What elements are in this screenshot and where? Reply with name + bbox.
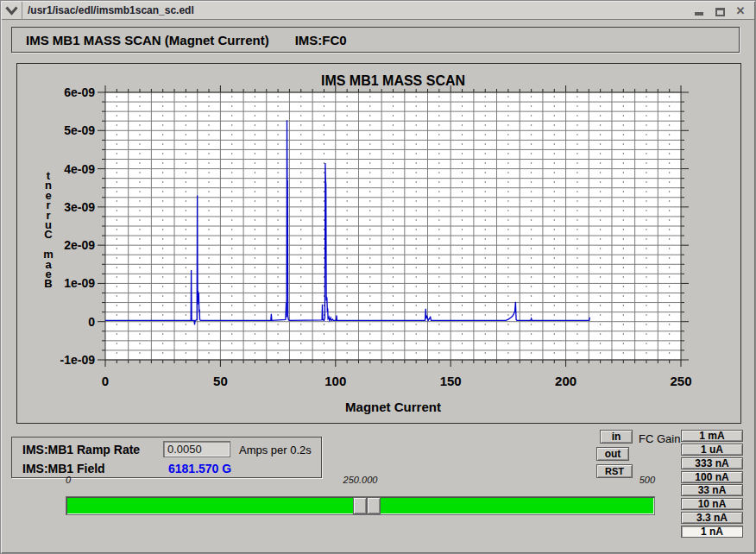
fc-out-button[interactable]: out <box>596 447 629 461</box>
edm-window: /usr1/isac/edl/imsmb1scan_sc.edl ✕ IMS M… <box>0 0 756 554</box>
x-tick-label: 100 <box>324 374 346 388</box>
slider-value-label: 250.000 <box>343 475 378 485</box>
y-tick-label: 4e-09 <box>64 162 95 176</box>
y-axis-label-char: C <box>44 228 53 241</box>
ramp-rate-input[interactable] <box>163 441 230 457</box>
y-tick-label: 6e-09 <box>64 85 95 99</box>
y-tick-label: 1e-09 <box>64 276 95 290</box>
slider-thumb-right[interactable] <box>367 497 381 514</box>
slider-thumb-left[interactable] <box>353 497 367 514</box>
gain-button-333-na[interactable]: 333 nA <box>681 457 743 469</box>
x-tick-label: 50 <box>213 374 228 388</box>
gain-button-1-na[interactable]: 1 nA <box>681 526 743 538</box>
gain-button-1-ma[interactable]: 1 mA <box>681 430 743 442</box>
chevron-down-icon <box>5 6 18 16</box>
header-title: IMS MB1 MASS SCAN (Magnet Current) <box>12 33 269 47</box>
window-menu-icon[interactable] <box>2 2 22 20</box>
field-value: 6181.570 G <box>168 462 231 475</box>
slider-max-label: 500 <box>639 475 655 485</box>
mass-scan-chart: 6e-095e-094e-093e-092e-091e-090-1e-09050… <box>16 63 741 424</box>
fc-in-button[interactable]: in <box>600 430 633 444</box>
y-tick-label: -1e-09 <box>60 353 96 367</box>
gain-button-3-3-na[interactable]: 3.3 nA <box>681 512 743 524</box>
x-tick-label: 150 <box>440 374 462 388</box>
ramp-rate-row: IMS:MB1 Ramp Rate Amps per 0.2s <box>12 441 321 458</box>
gain-button-1-ua[interactable]: 1 uA <box>681 444 743 456</box>
y-tick-label: 3e-09 <box>64 200 95 214</box>
gain-button-10-na[interactable]: 10 nA <box>681 498 743 510</box>
gain-button-100-na[interactable]: 100 nA <box>681 471 743 483</box>
header-panel: IMS MB1 MASS SCAN (Magnet Current) IMS:F… <box>11 27 740 53</box>
ramp-rate-units: Amps per 0.2s <box>239 444 312 456</box>
ramp-field-panel: IMS:MB1 Ramp Rate Amps per 0.2s IMS:MB1 … <box>11 437 322 478</box>
chart-title: IMS MB1 MASS SCAN <box>321 73 465 88</box>
slider-scale-labels: 0 250.000 500 <box>66 475 655 487</box>
slider-thumb[interactable] <box>353 497 381 514</box>
fc-gain-label: FC Gain <box>639 432 680 445</box>
window-titlebar[interactable]: /usr1/isac/edl/imsmb1scan_sc.edl ✕ <box>2 2 754 20</box>
x-tick-label: 0 <box>102 374 109 388</box>
slider-min-label: 0 <box>66 475 71 485</box>
field-label: IMS:MB1 Field <box>22 462 105 475</box>
plot-canvas: 6e-095e-094e-093e-092e-091e-090-1e-09050… <box>17 64 740 423</box>
y-axis-label-char: B <box>44 277 52 290</box>
header-device-label: IMS:FC0 <box>269 33 347 47</box>
window-title: /usr1/isac/edl/imsmb1scan_sc.edl <box>22 4 194 16</box>
magnet-current-slider-track[interactable] <box>66 496 655 515</box>
y-tick-label: 0 <box>88 315 95 329</box>
x-axis-label: Magnet Current <box>345 400 441 414</box>
y-tick-label: 2e-09 <box>64 238 95 252</box>
gain-button-33-na[interactable]: 33 nA <box>681 484 743 496</box>
gain-button-column: 1 mA1 uA333 nA100 nA33 nA10 nA3.3 nA1 nA <box>681 1 743 554</box>
x-tick-label: 200 <box>555 374 576 388</box>
y-tick-label: 5e-09 <box>64 123 95 137</box>
ramp-rate-label: IMS:MB1 Ramp Rate <box>22 443 140 456</box>
